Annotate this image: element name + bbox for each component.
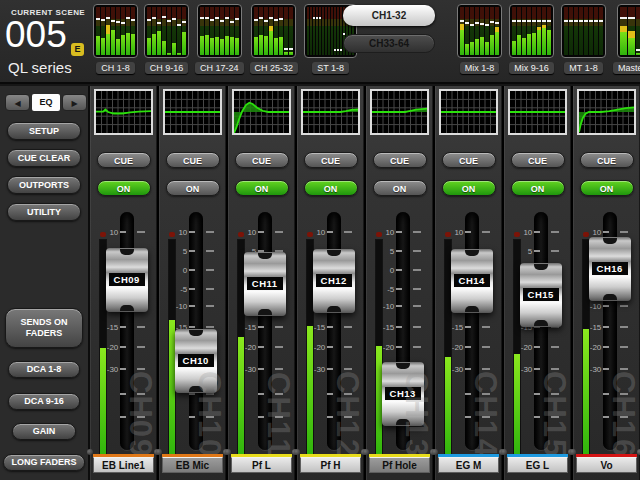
meter-bar (177, 7, 181, 55)
scene-number[interactable]: 005 (5, 14, 67, 56)
meter-level-fill (480, 37, 484, 55)
channel-name-button[interactable]: Pf Hole (369, 457, 430, 473)
on-button[interactable]: ON (304, 180, 358, 196)
page-next-arrow-icon[interactable]: ▶ (62, 94, 87, 111)
eq-thumbnail[interactable] (508, 89, 567, 135)
channel-name-button[interactable]: Pf H (300, 457, 361, 473)
meter-block-master[interactable]: Master (613, 4, 640, 74)
meter-block-mt-1-8[interactable]: MT 1-8 (561, 4, 606, 74)
eq-thumbnail[interactable] (370, 89, 429, 135)
cue-button[interactable]: CUE (373, 152, 427, 168)
meter-block-mix-1-8[interactable]: Mix 1-8 (457, 4, 502, 74)
fader-cap[interactable]: CH11 (244, 252, 286, 316)
eq-thumbnail[interactable] (94, 89, 153, 135)
sidebar-button-gain[interactable]: GAIN (12, 423, 76, 440)
meter-block-ch-25-32[interactable]: CH 25-32 (250, 4, 299, 74)
channel-name-button[interactable]: EG L (507, 457, 568, 473)
meter-block-ch-9-16[interactable]: CH 9-16 (144, 4, 189, 74)
cue-button[interactable]: CUE (304, 152, 358, 168)
fader-cap[interactable]: CH12 (313, 249, 355, 313)
meter-bar (594, 7, 598, 55)
cue-button[interactable]: CUE (235, 152, 289, 168)
channel-name-button[interactable]: EG M (438, 457, 499, 473)
sidebar-button-cue-clear[interactable]: CUE CLEAR (7, 149, 81, 167)
on-button[interactable]: ON (166, 180, 220, 196)
meter-peak-hold (210, 19, 214, 21)
strip-level-meter (376, 240, 382, 456)
eq-thumbnail[interactable] (232, 89, 291, 135)
fader-cap[interactable]: CH14 (451, 249, 493, 313)
fader-scale-label: -30 (314, 365, 326, 374)
sidebar-button-long-faders[interactable]: LONG FADERS (3, 454, 85, 471)
eq-thumbnail[interactable] (577, 89, 636, 135)
fader-scale-label: -10 (176, 302, 188, 311)
meter-bar (167, 7, 171, 55)
meter-bar (569, 7, 573, 55)
meter-level-fill (517, 35, 521, 55)
fader-scale-label: 0 (390, 266, 394, 275)
fader-scale-tick (413, 250, 421, 252)
eq-thumbnail[interactable] (439, 89, 498, 135)
meter-block-ch-17-24[interactable]: CH 17-24 (195, 4, 244, 74)
meter-block-mix-9-16[interactable]: Mix 9-16 (509, 4, 554, 74)
page-prev-arrow-icon[interactable]: ◀ (5, 94, 30, 111)
meter-level-fill (475, 39, 479, 55)
meter-bar (307, 7, 309, 55)
channel-name-button[interactable]: Pf L (231, 457, 292, 473)
fader-cap-label: CH16 (592, 262, 628, 275)
fader-scale-tick (258, 326, 264, 328)
sidebar-button-dca-9-16[interactable]: DCA 9-16 (8, 393, 80, 410)
on-button[interactable]: ON (235, 180, 289, 196)
meter-peak-hold (254, 19, 258, 21)
meter-bank-switch: CH1-32 CH33-64 (343, 5, 435, 53)
fader-cap[interactable]: CH15 (520, 263, 562, 327)
meter-peak-hold (547, 20, 551, 22)
sidebar-button-outports[interactable]: OUTPORTS (7, 176, 81, 194)
meter-peak-hold (620, 17, 627, 19)
meter-yellow-zone (269, 26, 273, 31)
on-button[interactable]: ON (442, 180, 496, 196)
fader-scale-tick (396, 231, 402, 233)
meter-block-label: CH 17-24 (195, 62, 244, 74)
meter-block-label: Mix 9-16 (509, 62, 554, 74)
fader-scale-tick (120, 346, 126, 348)
channel-strip-ch10: CUEON1050-5-10-15-20-30CH10CH10EB Mic (159, 86, 226, 480)
eq-thumbnail[interactable] (301, 89, 360, 135)
on-button[interactable]: ON (97, 180, 151, 196)
channel-name-button[interactable]: Vo (576, 457, 637, 473)
meter-peak-hold (220, 20, 224, 22)
meter-bar (537, 7, 541, 55)
sidebar-button-dca-1-8[interactable]: DCA 1-8 (8, 361, 80, 378)
meter-peak-hold (470, 24, 474, 26)
on-button[interactable]: ON (373, 180, 427, 196)
meter-block-label: ST 1-8 (312, 62, 349, 74)
meter-display (561, 4, 606, 58)
cue-button[interactable]: CUE (97, 152, 151, 168)
channel-watermark: CH13 (401, 371, 432, 458)
meter-level-fill (177, 53, 181, 55)
meter-level-fill (225, 36, 229, 55)
bank-ch1-32-button[interactable]: CH1-32 (343, 5, 435, 26)
sidebar-button-utility[interactable]: UTILITY (7, 203, 81, 221)
on-button[interactable]: ON (511, 180, 565, 196)
meter-level-fill (182, 32, 186, 55)
fader-cap[interactable]: CH09 (106, 248, 148, 312)
fader-scale-tick (603, 368, 609, 370)
sidebar-button-sends-on-faders[interactable]: SENDS ON FADERS (5, 308, 83, 348)
cue-button[interactable]: CUE (442, 152, 496, 168)
channel-name-button[interactable]: EB Line1 (93, 457, 154, 473)
fader-scale-label: -30 (521, 365, 533, 374)
bank-ch33-64-button[interactable]: CH33-64 (343, 34, 435, 53)
fader-cap[interactable]: CH16 (589, 237, 631, 301)
on-button[interactable]: ON (580, 180, 634, 196)
eq-thumbnail[interactable] (163, 89, 222, 135)
cue-button[interactable]: CUE (511, 152, 565, 168)
meter-block-ch-1-8[interactable]: CH 1-8 (93, 4, 138, 74)
meter-level-fill (485, 42, 489, 55)
cue-button[interactable]: CUE (166, 152, 220, 168)
cue-button[interactable]: CUE (580, 152, 634, 168)
sidebar-button-setup[interactable]: SETUP (7, 122, 81, 140)
meter-peak-hold (152, 17, 156, 19)
channel-name-button[interactable]: EB Mic (162, 457, 223, 473)
scene-panel[interactable]: CURRENT SCENE 005 E QL series (0, 0, 90, 84)
